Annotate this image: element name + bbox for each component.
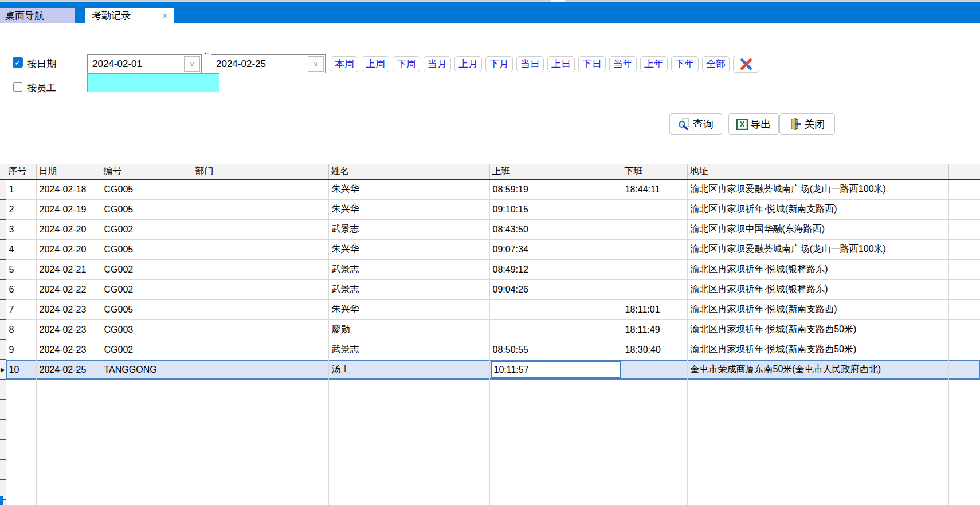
cell-clock-out[interactable] [622, 400, 687, 420]
cell-seq[interactable] [6, 480, 36, 500]
cell-clock-out[interactable] [622, 460, 687, 480]
cell-code[interactable] [101, 480, 193, 500]
cell-address[interactable] [687, 500, 948, 505]
cell-dept[interactable] [193, 380, 328, 400]
column-header-clock-out[interactable]: 下班 [622, 164, 687, 179]
cell-dept[interactable] [193, 440, 328, 460]
cell-seq[interactable] [6, 500, 36, 505]
column-header-dept[interactable]: 部门 [193, 164, 328, 179]
cell-address[interactable]: 渝北区冉家坝中国华融(东海路西) [687, 219, 948, 239]
table-row[interactable]: 8 2024-02-23 CG003 廖勋 18:11:49 渝北区冉家坝祈年·… [0, 319, 980, 340]
cell-dept[interactable] [193, 460, 328, 480]
by-employee-checkbox[interactable] [13, 82, 22, 92]
cell-date[interactable]: 2024-02-22 [36, 279, 101, 299]
cell-seq[interactable]: 8 [6, 319, 36, 340]
column-header-code[interactable]: 编号 [101, 164, 193, 179]
cell-clock-out[interactable] [622, 199, 687, 219]
cell-address[interactable] [687, 380, 948, 400]
cell-date[interactable]: 2024-02-23 [36, 340, 101, 360]
cell-dept[interactable] [193, 340, 328, 360]
cell-name[interactable]: 武景志 [328, 279, 489, 299]
cell-seq[interactable] [6, 400, 36, 420]
cell-name[interactable] [328, 420, 489, 440]
cell-name[interactable]: 武景志 [328, 340, 489, 360]
cell-code[interactable]: CG003 [101, 319, 193, 340]
cell-date[interactable] [36, 480, 101, 500]
cell-date[interactable]: 2024-02-23 [36, 299, 101, 319]
date-to-combobox[interactable]: 2024-02-25 ∨ [211, 54, 326, 73]
cell-seq[interactable]: 7 [6, 299, 36, 319]
cell-seq[interactable] [6, 440, 36, 460]
cell-code[interactable]: CG002 [101, 279, 193, 299]
cell-address[interactable]: 奎屯市荣成商厦东南50米(奎屯市人民政府西北) [687, 360, 948, 380]
cell-clock-in[interactable]: 08:43:50 [489, 219, 622, 239]
cell-clock-out[interactable]: 18:11:01 [622, 299, 687, 319]
cell-dept[interactable] [193, 219, 328, 239]
cell-clock-in[interactable] [489, 480, 622, 500]
cell-clock-out[interactable] [622, 259, 687, 279]
tab-attendance-records[interactable]: 考勤记录 × [85, 8, 174, 23]
range-last-month-button[interactable]: 上月 [454, 56, 482, 72]
table-row[interactable] [0, 420, 980, 440]
range-this-week-button[interactable]: 本周 [331, 56, 358, 72]
range-next-year-button[interactable]: 下年 [671, 56, 699, 72]
cell-code[interactable] [101, 440, 193, 460]
cell-address[interactable]: 渝北区冉家坝祈年·悦城(银桦路东) [687, 279, 948, 299]
employee-input[interactable] [87, 73, 219, 92]
cell-seq[interactable]: 4 [6, 239, 36, 259]
cell-clock-out[interactable] [622, 440, 687, 460]
close-tab-icon[interactable]: × [162, 11, 168, 21]
range-this-year-button[interactable]: 当年 [609, 56, 637, 72]
cell-seq[interactable]: 1 [6, 179, 36, 199]
cell-code[interactable] [101, 400, 193, 420]
table-row[interactable] [0, 480, 980, 500]
cell-code[interactable]: CG005 [101, 199, 193, 219]
cell-name[interactable]: 朱兴华 [328, 179, 489, 199]
by-date-checkbox[interactable]: ✓ [13, 57, 23, 68]
cell-name[interactable] [328, 440, 489, 460]
cell-seq[interactable] [6, 460, 36, 480]
cell-name[interactable] [328, 460, 489, 480]
cell-seq[interactable] [6, 420, 36, 440]
cell-address[interactable]: 渝北区冉家坝祈年·悦城(新南支路西) [687, 299, 948, 319]
cell-dept[interactable] [193, 179, 328, 199]
cell-clock-in[interactable]: 09:10:15 [489, 199, 622, 219]
table-row[interactable]: 5 2024-02-21 CG002 武景志 08:49:12 渝北区冉家坝祈年… [0, 259, 980, 279]
cell-dept[interactable] [193, 480, 328, 500]
cell-dept[interactable] [193, 500, 328, 505]
cell-clock-out[interactable] [622, 420, 687, 440]
column-header-date[interactable]: 日期 [36, 164, 101, 179]
column-header-name[interactable]: 姓名 [328, 164, 489, 179]
cell-date[interactable]: 2024-02-21 [36, 259, 101, 279]
cell-date[interactable]: 2024-02-18 [36, 179, 101, 199]
cell-seq[interactable]: 2 [6, 199, 36, 219]
cell-clock-out[interactable]: 18:44:11 [622, 179, 687, 199]
cell-name[interactable] [328, 500, 489, 505]
cell-code[interactable]: CG002 [101, 259, 193, 279]
table-row[interactable] [0, 380, 980, 400]
cell-dept[interactable] [193, 239, 328, 259]
column-header-address[interactable]: 地址 [687, 164, 948, 179]
cell-address[interactable] [687, 440, 948, 460]
cell-clock-in[interactable]: 10:11:57 [489, 360, 622, 380]
cell-code[interactable]: CG002 [101, 219, 193, 239]
cell-name[interactable] [328, 380, 489, 400]
table-row[interactable] [0, 500, 980, 505]
table-row[interactable] [0, 460, 980, 480]
table-row[interactable]: ▶ 10 2024-02-25 TANGGONG 汤工 10:11:57 奎屯市… [0, 360, 980, 380]
cell-code[interactable] [101, 500, 193, 505]
cell-seq[interactable]: 3 [6, 219, 36, 239]
cell-clock-in[interactable] [489, 440, 622, 460]
cell-date[interactable] [36, 380, 101, 400]
cell-address[interactable]: 渝北区冉家坝祈年·悦城(新南支路西50米) [687, 340, 948, 360]
cell-clock-in[interactable]: 08:59:19 [489, 179, 622, 199]
date-from-combobox[interactable]: 2024-02-01 ∨ [87, 54, 202, 73]
export-button[interactable]: X 导出 [728, 113, 779, 135]
cell-clock-out[interactable] [622, 500, 687, 505]
chevron-down-icon[interactable]: ∨ [184, 56, 200, 72]
inline-edit-input[interactable]: 10:11:57 [491, 361, 621, 378]
cell-date[interactable]: 2024-02-23 [36, 319, 101, 340]
cell-clock-in[interactable] [489, 299, 622, 319]
query-button[interactable]: 查询 [669, 113, 722, 135]
cell-address[interactable] [687, 420, 948, 440]
